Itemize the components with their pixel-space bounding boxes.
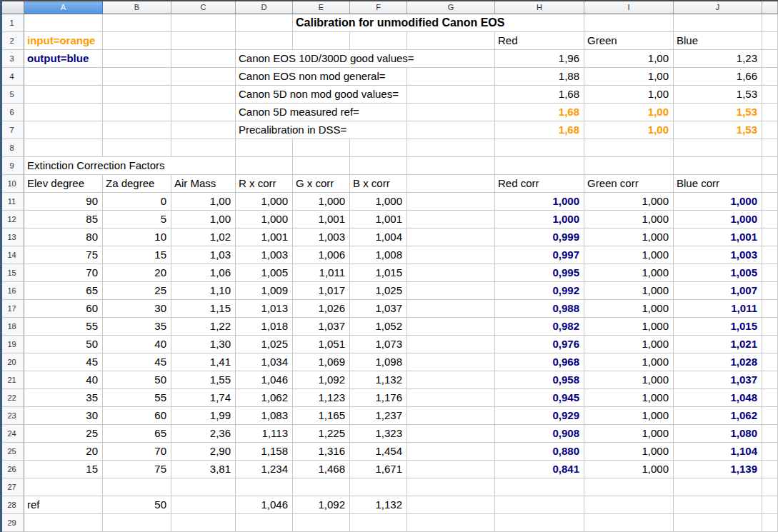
cell-F29[interactable] [350,514,407,532]
cell-G29[interactable] [407,514,495,532]
row-header-15[interactable]: 15 [0,264,24,282]
cell-K13[interactable] [762,229,778,246]
row-header-26[interactable]: 26 [0,461,24,478]
cell-A27[interactable] [24,478,103,496]
column-header-a[interactable]: A [24,0,103,14]
column-header-i[interactable]: I [584,0,674,14]
row-header-6[interactable]: 6 [0,104,24,121]
column-header-j[interactable]: J [674,0,762,14]
cell-B5[interactable] [103,86,171,104]
cell-B29[interactable] [103,514,171,532]
cell-B8[interactable] [103,139,171,157]
cell-D27[interactable] [236,478,293,496]
cell-C8[interactable] [171,139,236,157]
cell-A1[interactable] [24,14,103,32]
cell-G28[interactable] [407,496,495,514]
cell-D1[interactable] [236,14,293,32]
row-header-20[interactable]: 20 [0,353,24,371]
cell-D9[interactable] [236,157,293,175]
cell-B7[interactable] [103,121,171,139]
cell-G2[interactable] [407,32,495,50]
select-all-corner[interactable] [0,0,24,14]
row-header-14[interactable]: 14 [0,246,24,264]
row-header-10[interactable]: 10 [0,175,24,193]
column-header-b[interactable]: B [103,0,171,14]
cell-A29[interactable] [24,514,103,532]
cell-K3[interactable] [762,50,778,68]
cell-K15[interactable] [762,264,778,282]
cell-G21[interactable] [407,371,495,389]
row-header-16[interactable]: 16 [0,282,24,300]
cell-G11[interactable] [407,193,495,211]
cell-G17[interactable] [407,300,495,318]
cell-A8[interactable] [24,139,103,157]
cell-K27[interactable] [762,478,778,496]
row-header-27[interactable]: 27 [0,478,24,496]
cell-C1[interactable] [171,14,236,32]
cell-C9[interactable] [171,157,236,175]
cell-G22[interactable] [407,389,495,407]
cell-K25[interactable] [762,443,778,461]
cell-G26[interactable] [407,461,495,478]
cell-K12[interactable] [762,211,778,229]
cell-G18[interactable] [407,318,495,336]
row-header-5[interactable]: 5 [0,86,24,104]
cell-B3[interactable] [103,50,171,68]
cell-E8[interactable] [293,139,350,157]
row-header-18[interactable]: 18 [0,318,24,336]
cell-B6[interactable] [103,104,171,121]
row-header-19[interactable]: 19 [0,336,24,353]
cell-C27[interactable] [171,478,236,496]
column-header-g[interactable]: G [407,0,495,14]
cell-D29[interactable] [236,514,293,532]
cell-J27[interactable] [674,478,762,496]
cell-K11[interactable] [762,193,778,211]
cell-G27[interactable] [407,478,495,496]
cell-G6[interactable] [407,104,495,121]
cell-G10[interactable] [407,175,495,193]
column-header-c[interactable]: C [171,0,236,14]
row-header-17[interactable]: 17 [0,300,24,318]
cell-G20[interactable] [407,353,495,371]
cell-F9[interactable] [350,157,407,175]
cell-B1[interactable] [103,14,171,32]
cell-G19[interactable] [407,336,495,353]
cell-A6[interactable] [24,104,103,121]
row-header-8[interactable]: 8 [0,139,24,157]
cell-K5[interactable] [762,86,778,104]
cell-F7[interactable] [350,121,407,139]
cell-C29[interactable] [171,514,236,532]
cell-K1[interactable] [762,14,778,32]
cell-K2[interactable] [762,32,778,50]
column-header-h[interactable]: H [495,0,584,14]
cell-A7[interactable] [24,121,103,139]
column-header-f[interactable]: F [350,0,407,14]
cell-K23[interactable] [762,407,778,425]
row-header-28[interactable]: 28 [0,496,24,514]
cell-I1[interactable] [584,14,674,32]
cell-C6[interactable] [171,104,236,121]
cell-K14[interactable] [762,246,778,264]
cell-C28[interactable] [171,496,236,514]
cell-G15[interactable] [407,264,495,282]
cell-C2[interactable] [171,32,236,50]
cell-K19[interactable] [762,336,778,353]
cell-E29[interactable] [293,514,350,532]
cell-K22[interactable] [762,389,778,407]
cell-G14[interactable] [407,246,495,264]
cell-G5[interactable] [407,86,495,104]
cell-G8[interactable] [407,139,495,157]
row-header-13[interactable]: 13 [0,229,24,246]
cell-G23[interactable] [407,407,495,425]
row-header-9[interactable]: 9 [0,157,24,175]
column-header-e[interactable]: E [293,0,350,14]
cell-K21[interactable] [762,371,778,389]
cell-C3[interactable] [171,50,236,68]
cell-G25[interactable] [407,443,495,461]
cell-D8[interactable] [236,139,293,157]
cell-I28[interactable] [584,496,674,514]
cell-J29[interactable] [674,514,762,532]
row-header-7[interactable]: 7 [0,121,24,139]
cell-G13[interactable] [407,229,495,246]
cell-D2[interactable] [236,32,293,50]
